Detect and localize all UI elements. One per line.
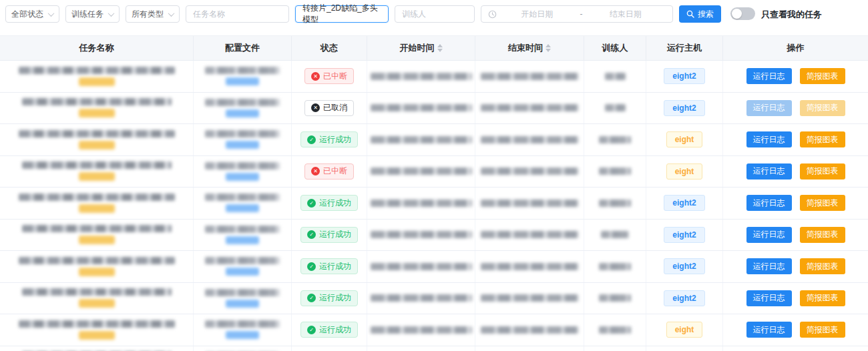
end-time-cell bbox=[475, 346, 584, 351]
end-time-redacted bbox=[481, 104, 579, 111]
trainer-cell bbox=[584, 156, 646, 188]
actions-cell: 运行日志 简报图表 bbox=[723, 220, 868, 251]
status-filter-select[interactable]: 全部状态 bbox=[5, 5, 59, 23]
host-cell: eight2 bbox=[646, 283, 723, 314]
actions-cell: 运行日志 简报图表 bbox=[723, 156, 868, 188]
report-chart-button[interactable]: 简报图表 bbox=[800, 258, 845, 274]
category-filter-select[interactable]: 所有类型 bbox=[126, 5, 180, 23]
config-link-redacted[interactable] bbox=[226, 109, 259, 117]
host-tag: eight bbox=[666, 322, 703, 338]
config-link-redacted[interactable] bbox=[226, 268, 259, 276]
col-header-config-file: 配置文件 bbox=[194, 36, 292, 60]
report-chart-button[interactable]: 简报图表 bbox=[800, 131, 845, 147]
config-link-redacted[interactable] bbox=[226, 331, 259, 339]
config-file-cell bbox=[194, 220, 292, 251]
status-badge: ✓ 运行成功 bbox=[300, 195, 358, 211]
end-time-cell bbox=[475, 188, 584, 219]
config-file-cell bbox=[194, 124, 292, 155]
end-time-cell bbox=[475, 220, 584, 251]
host-tag: eight bbox=[666, 131, 703, 147]
run-log-button[interactable]: 运行日志 bbox=[746, 100, 792, 116]
sort-carets-icon[interactable] bbox=[437, 44, 443, 52]
table-body: ✕ 已中断 eight2 运行日志 简报图表 bbox=[0, 61, 868, 351]
host-tag: eight2 bbox=[664, 290, 704, 306]
run-log-button[interactable]: 运行日志 bbox=[746, 131, 792, 147]
clock-icon bbox=[488, 10, 497, 19]
config-link-redacted[interactable] bbox=[226, 204, 259, 212]
col-header-end-time[interactable]: 结束时间 bbox=[475, 36, 584, 60]
chevron-down-icon bbox=[48, 10, 55, 17]
end-time-redacted bbox=[481, 326, 579, 334]
run-log-button[interactable]: 运行日志 bbox=[746, 322, 792, 338]
config-link-redacted[interactable] bbox=[226, 173, 259, 181]
col-header-actions: 操作 bbox=[723, 36, 868, 60]
status-label: 运行成功 bbox=[319, 324, 351, 336]
run-log-button[interactable]: 运行日志 bbox=[746, 290, 792, 306]
config-link-redacted[interactable] bbox=[226, 77, 259, 85]
trainer-cell bbox=[584, 251, 646, 282]
table-row: ✓ 运行成功 eight2 运行日志 简报图表 bbox=[0, 251, 868, 283]
host-tag: eight2 bbox=[664, 258, 704, 274]
start-time-redacted bbox=[371, 294, 472, 302]
actions-cell: 运行日志 简报图表 bbox=[723, 314, 868, 346]
report-chart-button[interactable]: 简报图表 bbox=[800, 163, 845, 180]
table-row: ✓ 运行成功 eight2 运行日志 简报图表 bbox=[0, 188, 868, 220]
run-log-button[interactable]: 运行日志 bbox=[746, 258, 792, 274]
status-badge: ✓ 运行成功 bbox=[300, 258, 358, 274]
host-cell: eight2 bbox=[646, 93, 723, 124]
config-file-redacted bbox=[205, 162, 280, 169]
host-cell: eight bbox=[646, 314, 723, 346]
task-type-tag-redacted bbox=[79, 109, 115, 117]
report-chart-button[interactable]: 简报图表 bbox=[800, 290, 845, 306]
status-cell: ✓ 运行成功 bbox=[292, 283, 367, 314]
config-link-redacted[interactable] bbox=[226, 236, 259, 244]
table-row: ✓ 运行成功 eight2 运行日志 简报图表 bbox=[0, 283, 868, 315]
status-cell bbox=[292, 346, 367, 351]
status-cell: ✕ 已中断 bbox=[292, 156, 367, 188]
filter-bar: 全部状态 训练任务 所有类型 任务名称 转接片_2D缺陷_多头模型 训练人 开始… bbox=[0, 0, 868, 35]
end-time-redacted bbox=[481, 294, 579, 302]
task-name-search-value: 转接片_2D缺陷_多头模型 bbox=[302, 3, 381, 25]
run-log-button[interactable]: 运行日志 bbox=[746, 195, 792, 211]
end-time-cell bbox=[475, 124, 584, 155]
status-cell: ✓ 运行成功 bbox=[292, 220, 367, 251]
config-link-redacted[interactable] bbox=[226, 300, 259, 308]
status-badge: ✓ 运行成功 bbox=[300, 227, 358, 243]
trainer-input[interactable]: 训练人 bbox=[395, 5, 475, 23]
report-chart-button[interactable]: 简报图表 bbox=[800, 100, 845, 116]
trainer-redacted bbox=[599, 200, 631, 207]
status-icon: ✓ bbox=[307, 199, 316, 208]
search-button[interactable]: 搜索 bbox=[679, 5, 721, 23]
trainer-redacted bbox=[599, 294, 631, 302]
config-file-cell bbox=[194, 346, 292, 351]
date-end-placeholder[interactable]: 结束日期 bbox=[586, 9, 666, 20]
date-range-picker[interactable]: 开始日期 - 结束日期 bbox=[481, 5, 673, 23]
status-filter-value: 全部状态 bbox=[11, 9, 43, 20]
run-log-button[interactable]: 运行日志 bbox=[746, 163, 792, 180]
trainer-cell bbox=[584, 314, 646, 346]
report-chart-button[interactable]: 简报图表 bbox=[800, 195, 845, 211]
status-label: 运行成功 bbox=[319, 134, 351, 145]
start-time-cell bbox=[367, 188, 475, 219]
date-start-placeholder[interactable]: 开始日期 bbox=[497, 9, 578, 20]
report-chart-button[interactable]: 简报图表 bbox=[800, 68, 845, 84]
sort-carets-icon[interactable] bbox=[546, 44, 551, 52]
run-log-button[interactable]: 运行日志 bbox=[746, 68, 792, 84]
status-icon: ✕ bbox=[311, 72, 320, 81]
col-header-start-time[interactable]: 开始时间 bbox=[367, 36, 475, 60]
status-label: 运行成功 bbox=[319, 198, 351, 209]
config-file-redacted bbox=[205, 130, 280, 137]
end-time-redacted bbox=[481, 167, 579, 175]
host-cell: eight2 bbox=[646, 251, 723, 282]
my-tasks-toggle[interactable] bbox=[730, 7, 755, 20]
start-time-redacted bbox=[371, 104, 472, 111]
task-name-input[interactable]: 任务名称 bbox=[186, 5, 289, 23]
task-name-search-input[interactable]: 转接片_2D缺陷_多头模型 bbox=[295, 5, 389, 23]
task-type-filter-select[interactable]: 训练任务 bbox=[65, 5, 120, 23]
report-chart-button[interactable]: 简报图表 bbox=[800, 322, 845, 338]
end-time-redacted bbox=[481, 263, 579, 270]
run-log-button[interactable]: 运行日志 bbox=[746, 227, 792, 243]
config-link-redacted[interactable] bbox=[226, 141, 259, 149]
date-range-separator: - bbox=[578, 9, 586, 19]
report-chart-button[interactable]: 简报图表 bbox=[800, 227, 845, 243]
